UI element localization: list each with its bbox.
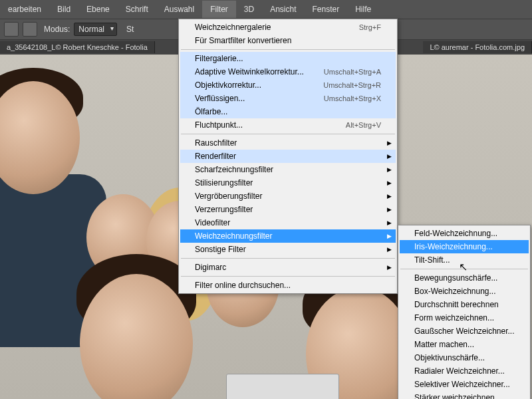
menu-item-label: Ölfarbe... xyxy=(195,107,227,116)
menu-item-label: Tilt-Shift... xyxy=(414,255,450,265)
menubar-item-fenster[interactable]: Fenster xyxy=(305,1,348,18)
menu-filter-item[interactable]: Digimarc xyxy=(180,261,396,274)
menu-filter-item[interactable]: Vergröberungsfilter xyxy=(180,190,396,203)
menu-item-label: Digimarc xyxy=(195,263,226,272)
menu-filter-item[interactable]: Weichzeichnungsfilter xyxy=(180,229,396,243)
menu-item-label: Feld-Weichzeichnung... xyxy=(414,229,497,238)
menu-blur-item[interactable]: Radialer Weichzeichner... xyxy=(400,364,529,378)
menu-item-label: Weichzeichnergalerie xyxy=(195,23,271,32)
menu-item-label: Matter machen... xyxy=(414,340,474,349)
menu-filter-item[interactable]: Verzerrungsfilter xyxy=(180,203,396,216)
menu-separator xyxy=(181,49,395,50)
menu-item-label: Form weichzeichnen... xyxy=(414,313,494,323)
menu-item-label: Für Smartfilter konvertieren xyxy=(195,36,291,45)
menu-item-label: Adaptive Weitwinkelkorrektur... xyxy=(195,67,304,76)
mode-select[interactable]: Normal xyxy=(74,23,117,36)
menubar: earbeitenBildEbeneSchriftAuswahlFilter3D… xyxy=(0,0,532,19)
truncated-label: St xyxy=(126,25,134,34)
menu-item-label: Rauschfilter xyxy=(195,138,237,148)
menu-item-label: Radialer Weichzeichner... xyxy=(414,366,505,376)
menu-item-label: Objektivkorrektur... xyxy=(195,80,261,90)
menubar-item-auswahl[interactable]: Auswahl xyxy=(156,1,202,18)
menu-item-label: Filtergalerie... xyxy=(195,54,243,63)
menu-filter-item[interactable]: Fluchtpunkt...Alt+Strg+V xyxy=(180,118,396,132)
menu-item-label: Stilisierungsfilter xyxy=(195,178,253,188)
menu-item-label: Renderfilter xyxy=(195,152,236,161)
menu-filter-item[interactable]: Stilisierungsfilter xyxy=(180,176,396,190)
menu-item-label: Bewegungsunschärfe... xyxy=(414,273,497,283)
menu-item-label: Vergröberungsfilter xyxy=(195,192,262,201)
menu-separator xyxy=(181,258,395,259)
menu-item-shortcut: Umschalt+Strg+A xyxy=(324,68,381,76)
menu-blur-item[interactable]: Matter machen... xyxy=(400,338,529,351)
menu-filter-item[interactable]: Videofilter xyxy=(180,216,396,229)
menu-filter-item[interactable]: Objektivkorrektur...Umschalt+Strg+R xyxy=(180,78,396,92)
menu-item-label: Gaußscher Weichzeichner... xyxy=(414,327,515,336)
menu-filter-item[interactable]: Ölfarbe... xyxy=(180,105,396,118)
menu-item-label: Weichzeichnungsfilter xyxy=(195,231,273,241)
menu-blur-item[interactable]: Feld-Weichzeichnung... xyxy=(400,227,529,240)
menu-item-shortcut: Umschalt+Strg+X xyxy=(324,94,381,102)
menu-item-label: Selektiver Weichzeichner... xyxy=(414,380,510,389)
menubar-item-earbeiten[interactable]: earbeiten xyxy=(0,1,49,18)
menu-separator xyxy=(181,276,395,277)
menu-blur-submenu: Feld-Weichzeichnung...Iris-Weichzeichnun… xyxy=(398,225,531,399)
menu-filter-item[interactable]: Filtergalerie... xyxy=(180,52,396,65)
menu-separator xyxy=(400,269,528,269)
menu-filter-item[interactable]: Sonstige Filter xyxy=(180,243,396,256)
menu-item-label: Stärker weichzeichnen xyxy=(414,393,495,399)
menu-item-label: Scharfzeichnungsfilter xyxy=(195,165,273,174)
menu-separator xyxy=(181,134,395,134)
menu-blur-item[interactable]: Stärker weichzeichnen xyxy=(400,391,529,399)
menubar-item-3d[interactable]: 3D xyxy=(236,1,262,18)
menu-filter: WeichzeichnergalerieStrg+FFür Smartfilte… xyxy=(178,19,398,294)
menu-item-shortcut: Alt+Strg+V xyxy=(346,121,381,129)
menu-item-label: Videofilter xyxy=(195,218,230,227)
menu-filter-item[interactable]: Adaptive Weitwinkelkorrektur...Umschalt+… xyxy=(180,65,396,78)
menubar-item-filter[interactable]: Filter xyxy=(202,1,236,18)
menu-item-label: Durchschnitt berechnen xyxy=(414,300,499,309)
menu-blur-item[interactable]: Form weichzeichnen... xyxy=(400,311,529,325)
menu-item-label: Filter online durchsuchen... xyxy=(195,281,291,290)
document-tab[interactable]: L© auremar - Fotolia.com.jpg xyxy=(423,41,532,53)
menu-filter-item[interactable]: Für Smartfilter konvertieren xyxy=(180,34,396,47)
mode-label: Modus: xyxy=(44,25,70,34)
menu-item-label: Fluchtpunkt... xyxy=(195,120,243,130)
tool-preset-icon[interactable] xyxy=(4,22,19,37)
menu-filter-item[interactable]: Renderfilter xyxy=(180,150,396,163)
menu-item-label: Verzerrungsfilter xyxy=(195,205,253,214)
menu-item-shortcut: Umschalt+Strg+R xyxy=(323,81,381,89)
menu-item-shortcut: Strg+F xyxy=(359,23,381,31)
menu-item-label: Verflüssigen... xyxy=(195,94,245,103)
menu-item-label: Iris-Weichzeichnung... xyxy=(414,242,493,251)
menu-blur-item[interactable]: Tilt-Shift... xyxy=(400,253,529,267)
photo-shape xyxy=(226,374,339,399)
brush-preset-icon[interactable] xyxy=(23,22,37,37)
menubar-item-hilfe[interactable]: Hilfe xyxy=(347,1,379,18)
menu-blur-item[interactable]: Iris-Weichzeichnung... xyxy=(400,240,529,253)
menu-blur-item[interactable]: Box-Weichzeichnung... xyxy=(400,285,529,298)
menu-blur-item[interactable]: Durchschnitt berechnen xyxy=(400,298,529,311)
menu-filter-item[interactable]: Verflüssigen...Umschalt+Strg+X xyxy=(180,92,396,105)
menubar-item-bild[interactable]: Bild xyxy=(49,1,78,18)
menu-filter-item[interactable]: Scharfzeichnungsfilter xyxy=(180,163,396,176)
document-tab[interactable]: a_35642108_L© Robert Kneschke - Fotolia xyxy=(0,41,155,53)
menubar-item-ansicht[interactable]: Ansicht xyxy=(262,1,304,18)
menu-filter-item[interactable]: Rauschfilter xyxy=(180,136,396,150)
menu-blur-item[interactable]: Selektiver Weichzeichner... xyxy=(400,378,529,391)
menu-blur-item[interactable]: Bewegungsunschärfe... xyxy=(400,271,529,285)
menu-item-label: Objektivunschärfe... xyxy=(414,353,485,362)
menu-blur-item[interactable]: Objektivunschärfe... xyxy=(400,351,529,364)
menubar-item-schrift[interactable]: Schrift xyxy=(118,1,156,18)
menu-blur-item[interactable]: Gaußscher Weichzeichner... xyxy=(400,325,529,338)
menu-item-label: Box-Weichzeichnung... xyxy=(414,287,496,296)
menu-item-label: Sonstige Filter xyxy=(195,245,246,254)
menu-filter-item[interactable]: Filter online durchsuchen... xyxy=(180,279,396,292)
menubar-item-ebene[interactable]: Ebene xyxy=(78,1,118,18)
menu-filter-item[interactable]: WeichzeichnergalerieStrg+F xyxy=(180,21,396,34)
